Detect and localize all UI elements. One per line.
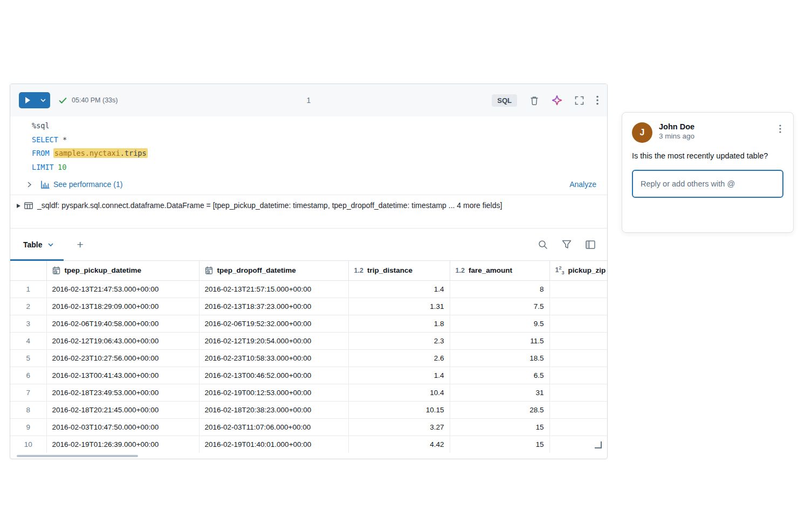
delete-cell-icon[interactable] [529, 95, 539, 106]
decimal-type-icon: 1.2 [354, 267, 363, 274]
row-number-cell: 5 [10, 349, 46, 367]
table-cell [549, 384, 607, 401]
performance-disclosure-chevron-icon[interactable] [26, 182, 32, 188]
code-editor[interactable]: %sql SELECT * FROMsamples.nyctaxi.trips … [10, 116, 607, 174]
table-cell: 31 [450, 384, 549, 401]
table-cell: 28.5 [450, 401, 549, 418]
run-options-chevron-icon[interactable] [36, 92, 50, 108]
table-cell [549, 298, 607, 315]
row-number-cell: 7 [10, 384, 46, 401]
table-cell: 1.8 [348, 315, 450, 332]
add-visualization-button[interactable]: + [77, 239, 84, 250]
code-select-rest: * [58, 135, 67, 144]
row-number-cell: 4 [10, 332, 46, 349]
integer-type-icon: 123 [555, 265, 565, 275]
table-cell: 3.27 [348, 418, 450, 436]
column-header[interactable]: 1.2trip_distance [348, 261, 450, 280]
table-row: 92016-02-03T10:47:50.000+00:002016-02-03… [10, 418, 607, 436]
table-header-row: tpep_pickup_datetimetpep_dropoff_datetim… [10, 261, 607, 280]
tab-dropdown-chevron-icon[interactable] [47, 241, 54, 248]
table-row: 52016-02-23T10:27:56.000+00:002016-02-23… [10, 349, 607, 367]
table-row: 12016-02-13T21:47:53.000+00:002016-02-13… [10, 280, 607, 298]
table-cell: 18.5 [450, 349, 549, 367]
table-cell: 2016-02-13T21:47:53.000+00:00 [46, 280, 199, 298]
row-number-cell: 3 [10, 315, 46, 332]
table-resize-handle-icon[interactable] [595, 441, 602, 448]
table-cell: 2016-02-18T23:49:53.000+00:00 [46, 384, 199, 401]
column-header[interactable] [10, 261, 46, 280]
tab-table[interactable]: Table [10, 229, 64, 260]
assistant-sparkle-icon[interactable] [552, 95, 562, 106]
table-cell: 11.5 [450, 332, 549, 349]
see-performance-link[interactable]: See performance (1) [41, 180, 122, 189]
table-cell: 1.4 [348, 280, 450, 298]
row-number-cell: 2 [10, 298, 46, 315]
expand-fullscreen-icon[interactable] [575, 96, 584, 105]
table-cell: 2016-02-13T21:57:15.000+00:00 [199, 280, 348, 298]
search-icon[interactable] [538, 240, 548, 250]
comment-author: John Doe [659, 122, 694, 131]
table-cell [549, 418, 607, 436]
columns-icon[interactable] [586, 240, 595, 249]
table-cell: 2016-02-13T18:29:09.000+00:00 [46, 298, 199, 315]
notebook-cell: 05:40 PM (33s) 1 SQL [10, 84, 608, 459]
column-header[interactable]: tpep_pickup_datetime [46, 261, 199, 280]
column-header[interactable]: 123pickup_zip [549, 261, 607, 280]
analyze-link[interactable]: Analyze [569, 180, 596, 189]
sqldf-text: _sqldf: pyspark.sql.connect.dataframe.Da… [37, 201, 502, 210]
table-row: 82016-02-18T20:21:45.000+00:002016-02-18… [10, 401, 607, 418]
table-cell: 1.31 [348, 298, 450, 315]
table-cell: 2016-02-12T19:06:43.000+00:00 [46, 332, 199, 349]
code-magic: %sql [32, 121, 50, 130]
table-cell: 2016-02-06T19:52:32.000+00:00 [199, 315, 348, 332]
table-cell: 1.4 [348, 367, 450, 384]
table-cell: 2016-02-18T20:38:23.000+00:00 [199, 401, 348, 418]
comment-body: Is this the most recently updated table? [632, 150, 783, 162]
table-cell: 15 [450, 436, 549, 453]
cell-menu-kebab-icon[interactable] [596, 95, 598, 105]
results-table-wrap: tpep_pickup_datetimetpep_dropoff_datetim… [10, 261, 607, 453]
table-cell: 2016-02-19T00:12:53.000+00:00 [199, 384, 348, 401]
table-cell: 9.5 [450, 315, 549, 332]
run-button[interactable] [19, 92, 50, 108]
horizontal-scrollbar-thumb[interactable] [17, 455, 138, 457]
dataframe-table-icon [24, 202, 33, 209]
table-cell: 2016-02-03T11:07:06.000+00:00 [199, 418, 348, 436]
decimal-type-icon: 1.2 [456, 267, 465, 274]
table-cell: 6.5 [450, 367, 549, 384]
table-cell: 2016-02-18T20:21:45.000+00:00 [46, 401, 199, 418]
table-cell: 2016-02-12T19:20:54.000+00:00 [199, 332, 348, 349]
comment-menu-kebab-icon[interactable] [777, 122, 783, 135]
success-check-icon [58, 96, 67, 105]
cell-toolbar: 05:40 PM (33s) 1 SQL [10, 84, 607, 116]
table-cell: 2016-02-23T10:58:33.000+00:00 [199, 349, 348, 367]
datetime-type-icon [205, 266, 214, 275]
table-row: 72016-02-18T23:49:53.000+00:002016-02-19… [10, 384, 607, 401]
table-cell [549, 280, 607, 298]
filter-icon[interactable] [562, 240, 572, 249]
table-cell [549, 401, 607, 418]
table-body: 12016-02-13T21:47:53.000+00:002016-02-13… [10, 280, 607, 453]
table-row: 32016-02-06T19:40:58.000+00:002016-02-06… [10, 315, 607, 332]
language-badge[interactable]: SQL [492, 94, 517, 107]
datetime-type-icon [52, 266, 61, 275]
column-header[interactable]: tpep_dropoff_datetime [199, 261, 348, 280]
table-row: 42016-02-12T19:06:43.000+00:002016-02-12… [10, 332, 607, 349]
column-header[interactable]: 1.2fare_amount [450, 261, 549, 280]
table-cell: 15 [450, 418, 549, 436]
sqldf-output: _sqldf: pyspark.sql.connect.dataframe.Da… [10, 195, 607, 228]
row-number-cell: 6 [10, 367, 46, 384]
bar-chart-icon [41, 181, 50, 189]
run-play-icon[interactable] [19, 92, 36, 108]
reply-input[interactable] [632, 170, 783, 198]
table-cell: 2016-02-13T00:46:52.000+00:00 [199, 367, 348, 384]
table-cell: 8 [450, 280, 549, 298]
table-cell [549, 332, 607, 349]
code-table-reference: samples.nyctaxi.trips [53, 148, 148, 158]
table-cell: 2016-02-06T19:40:58.000+00:00 [46, 315, 199, 332]
table-cell: 2016-02-13T00:41:43.000+00:00 [46, 367, 199, 384]
table-cell: 2016-02-19T01:26:39.000+00:00 [46, 436, 199, 453]
last-run-time: 05:40 PM (33s) [72, 96, 118, 104]
code-keyword-limit: LIMIT [32, 163, 54, 171]
sqldf-disclosure-triangle-icon[interactable] [17, 204, 20, 208]
